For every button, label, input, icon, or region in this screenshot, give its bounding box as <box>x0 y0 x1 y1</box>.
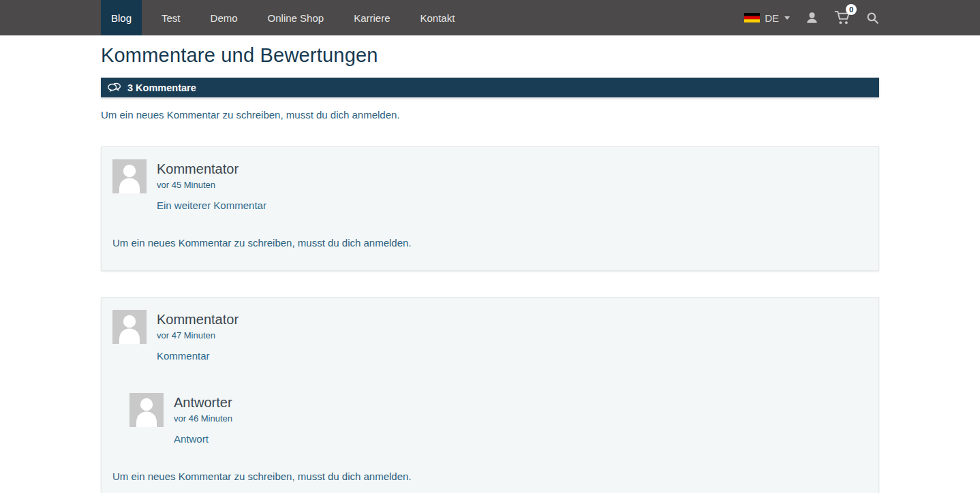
comment-head: Antworter vor 46 Minuten <box>129 393 868 427</box>
comment-meta: Antworter vor 46 Minuten <box>174 393 232 427</box>
navbar-actions: DE 0 <box>744 0 879 35</box>
comment-text: Ein weiterer Kommentar <box>157 200 868 211</box>
page-title: Kommentare und Bewertungen <box>101 44 879 67</box>
comment-card: Kommentator vor 45 Minuten Ein weiterer … <box>101 146 879 271</box>
comment-text: Antwort <box>174 433 868 445</box>
cart-count-badge: 0 <box>846 4 857 15</box>
user-icon <box>805 11 819 25</box>
comment-author: Kommentator <box>157 161 239 177</box>
search-icon <box>866 12 879 25</box>
nav-item-karriere[interactable]: Karriere <box>343 0 400 35</box>
nav-item-demo[interactable]: Demo <box>200 0 248 35</box>
comment-meta: Kommentator vor 47 Minuten <box>157 310 239 344</box>
login-prompt[interactable]: Um ein neues Kommentar zu schreiben, mus… <box>112 471 868 482</box>
navbar-inner: Blog Test Demo Online Shop Karriere Kont… <box>101 0 879 35</box>
nav-item-online-shop[interactable]: Online Shop <box>258 0 335 35</box>
comment-reply: Antworter vor 46 Minuten Antwort <box>129 393 868 445</box>
german-flag-icon <box>744 13 760 22</box>
main-navigation: Blog Test Demo Online Shop Karriere Kont… <box>101 0 465 35</box>
comment-timestamp: vor 46 Minuten <box>174 413 232 424</box>
comment-meta: Kommentator vor 45 Minuten <box>157 159 239 193</box>
comment-card: Kommentator vor 47 Minuten Kommentar Ant… <box>101 297 879 493</box>
comment-text: Kommentar <box>157 350 868 362</box>
comments-count-bar: 3 Kommentare <box>101 78 879 97</box>
avatar <box>129 393 164 427</box>
cart-button[interactable]: 0 <box>834 10 851 25</box>
login-prompt[interactable]: Um ein neues Kommentar zu schreiben, mus… <box>112 237 868 249</box>
language-selector[interactable]: DE <box>744 12 790 24</box>
comment-author: Kommentator <box>157 311 239 328</box>
search-button[interactable] <box>866 12 879 25</box>
comment-author: Antworter <box>174 394 232 411</box>
language-code: DE <box>765 12 779 24</box>
chevron-down-icon <box>784 16 790 20</box>
comment-timestamp: vor 45 Minuten <box>157 180 239 190</box>
comment-head: Kommentator vor 47 Minuten <box>112 310 868 344</box>
top-navbar: Blog Test Demo Online Shop Karriere Kont… <box>0 0 980 35</box>
comments-count-label: 3 Kommentare <box>127 82 196 93</box>
avatar <box>112 159 147 193</box>
nav-item-kontakt[interactable]: Kontakt <box>410 0 465 35</box>
comments-icon <box>108 82 121 93</box>
nav-item-test[interactable]: Test <box>151 0 191 35</box>
comment-timestamp: vor 47 Minuten <box>157 330 239 340</box>
login-prompt[interactable]: Um ein neues Kommentar zu schreiben, mus… <box>101 109 879 121</box>
avatar <box>112 310 147 344</box>
main-content: Kommentare und Bewertungen 3 Kommentare … <box>101 44 879 493</box>
comment-head: Kommentator vor 45 Minuten <box>112 159 868 193</box>
account-button[interactable] <box>805 11 819 25</box>
nav-item-blog[interactable]: Blog <box>101 0 142 35</box>
